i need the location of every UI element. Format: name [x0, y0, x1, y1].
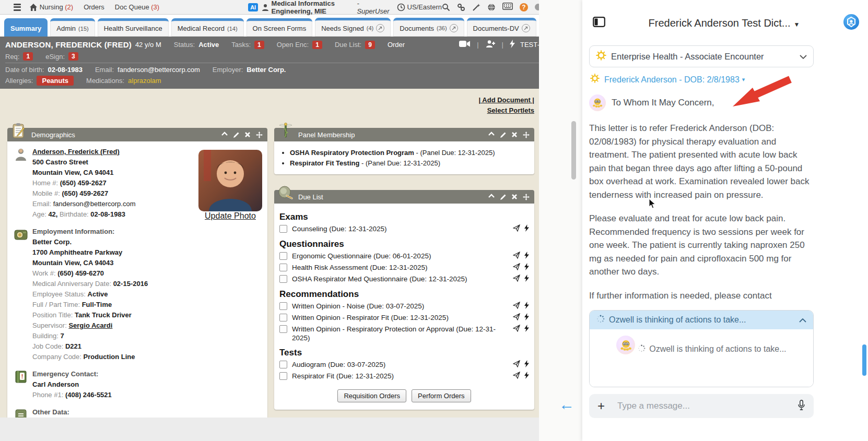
due-item-checkbox[interactable] [279, 252, 287, 260]
panel-toggle-icon[interactable] [593, 17, 605, 30]
timezone-label[interactable]: US/Eastern [407, 3, 442, 11]
chart-tab[interactable]: Medical Record (14) [171, 18, 244, 37]
due-item-checkbox[interactable] [279, 361, 287, 368]
search-icon[interactable] [442, 3, 450, 11]
medication-value[interactable]: alprazolam [128, 77, 161, 85]
allergy-badge[interactable]: Peanuts [37, 76, 74, 86]
perform-order-bolt-icon[interactable] [524, 372, 529, 381]
chevron-up-icon[interactable] [799, 315, 806, 325]
external-link-icon[interactable] [522, 24, 530, 32]
add-person-icon[interactable] [485, 40, 496, 50]
req-badge[interactable]: 1 [23, 52, 33, 61]
keyboard-icon[interactable] [502, 3, 513, 11]
collapse-icon[interactable] [488, 132, 495, 138]
send-order-icon[interactable] [513, 325, 520, 334]
nav-menu-item[interactable]: Doc Queue (3) [115, 3, 159, 11]
open-enc-badge[interactable]: 1 [312, 41, 322, 49]
supervisor-link[interactable]: Sergio Acardi [68, 321, 112, 329]
due-item-checkbox[interactable] [279, 264, 287, 271]
collapse-icon[interactable] [488, 194, 495, 200]
perform-order-bolt-icon[interactable] [524, 252, 529, 261]
send-order-icon[interactable] [513, 224, 520, 234]
requisition-orders-button[interactable]: Requisition Orders [337, 389, 406, 402]
menu-icon[interactable] [14, 4, 21, 11]
chart-tab[interactable]: Documents (36) [393, 18, 464, 37]
add-document-link[interactable]: | Add Document | [479, 96, 534, 104]
edit-icon[interactable] [500, 194, 507, 200]
due-item-checkbox[interactable] [279, 225, 287, 233]
perform-order-bolt-icon[interactable] [524, 302, 529, 311]
due-item-checkbox[interactable] [279, 325, 287, 333]
due-item-checkbox[interactable] [279, 302, 287, 310]
chart-tab[interactable]: Documents-DV [467, 18, 536, 37]
link-icon[interactable] [457, 3, 465, 11]
perform-orders-button[interactable]: Perform Orders [412, 389, 471, 402]
due-list-badge[interactable]: 9 [365, 41, 375, 49]
close-icon[interactable] [511, 132, 518, 138]
globe-icon[interactable] [487, 3, 496, 11]
wand-icon[interactable] [472, 3, 480, 11]
ozwell-scrollbar-thumb[interactable] [862, 344, 866, 376]
panel-membership-header[interactable]: Panel Membership [274, 128, 534, 141]
help-icon[interactable]: ? [520, 3, 528, 11]
conversation-title[interactable]: Frederick Anderson Test Dict...▼ [605, 17, 843, 29]
medications-label: Medications: [86, 77, 124, 85]
perform-order-bolt-icon[interactable] [524, 224, 529, 234]
send-order-icon[interactable] [513, 372, 520, 381]
chart-tab[interactable]: On Screen Forms [247, 18, 313, 37]
nav-menu-item[interactable]: Nursing (2) [40, 3, 73, 11]
quick-action-bolt-icon[interactable] [510, 40, 515, 50]
order-link[interactable]: Order [388, 41, 405, 49]
collapse-panel-arrow[interactable]: ← [559, 396, 574, 413]
send-order-icon[interactable] [513, 302, 520, 311]
due-list-header[interactable]: Due List [274, 190, 534, 204]
due-item-checkbox[interactable] [279, 275, 287, 283]
due-item-label: Health Risk Assessment (Due: 12-31-2025) [292, 263, 510, 272]
message-input[interactable] [616, 400, 797, 412]
send-order-icon[interactable] [513, 313, 520, 323]
home-icon[interactable] [29, 3, 38, 11]
send-order-icon[interactable] [513, 360, 520, 370]
ozwell-logo[interactable] [843, 14, 860, 33]
perform-order-bolt-icon[interactable] [524, 313, 529, 323]
demographics-header[interactable]: Demographics [7, 128, 267, 141]
esign-badge[interactable]: 3 [68, 52, 78, 61]
external-link-icon[interactable] [450, 24, 458, 32]
microphone-icon[interactable] [797, 400, 805, 413]
edit-icon[interactable] [500, 132, 507, 138]
edit-icon[interactable] [233, 132, 240, 138]
chart-tab[interactable]: Summary [4, 18, 48, 37]
external-link-icon[interactable] [376, 24, 384, 32]
nav-menu-item[interactable]: Orders [84, 3, 104, 11]
attach-plus-button[interactable]: + [597, 400, 605, 412]
move-icon[interactable] [523, 194, 530, 200]
move-icon[interactable] [523, 132, 530, 138]
perform-order-bolt-icon[interactable] [524, 325, 529, 334]
move-icon[interactable] [256, 132, 263, 138]
video-icon[interactable] [459, 40, 471, 49]
due-item-checkbox[interactable] [279, 372, 287, 380]
patient-name[interactable]: ANDERSON, FREDERICK (FRED) [5, 40, 132, 49]
perform-order-bolt-icon[interactable] [524, 275, 529, 284]
collapse-icon[interactable] [221, 132, 228, 138]
due-item-checkbox[interactable] [279, 314, 287, 321]
send-order-icon[interactable] [513, 275, 520, 284]
thinking-panel-header[interactable]: Ozwell is thinking of actions to take... [590, 311, 813, 329]
close-icon[interactable] [244, 132, 251, 138]
chart-tab[interactable]: Health Surveillance [98, 18, 169, 37]
send-order-icon[interactable] [513, 263, 520, 272]
patient-name-link[interactable]: Anderson, Frederick (Fred) [32, 148, 120, 156]
chart-tab[interactable]: Admin (15) [50, 18, 95, 37]
chart-tab[interactable]: Needs Signed (4) [315, 18, 391, 37]
other-data-icon [14, 408, 28, 418]
perform-order-bolt-icon[interactable] [524, 360, 529, 370]
perform-order-bolt-icon[interactable] [524, 263, 529, 272]
ai-badge[interactable]: AI [248, 3, 258, 11]
tasks-badge[interactable]: 1 [254, 41, 264, 49]
close-icon[interactable] [511, 194, 518, 200]
select-portlets-link[interactable]: Select Portlets [487, 106, 534, 114]
send-order-icon[interactable] [513, 252, 520, 261]
update-photo-link[interactable]: Update Photo [205, 211, 256, 220]
left-scrollbar-thumb[interactable] [571, 121, 576, 180]
encounter-selector[interactable]: Enterprise Health - Associate Encounter [589, 45, 814, 67]
